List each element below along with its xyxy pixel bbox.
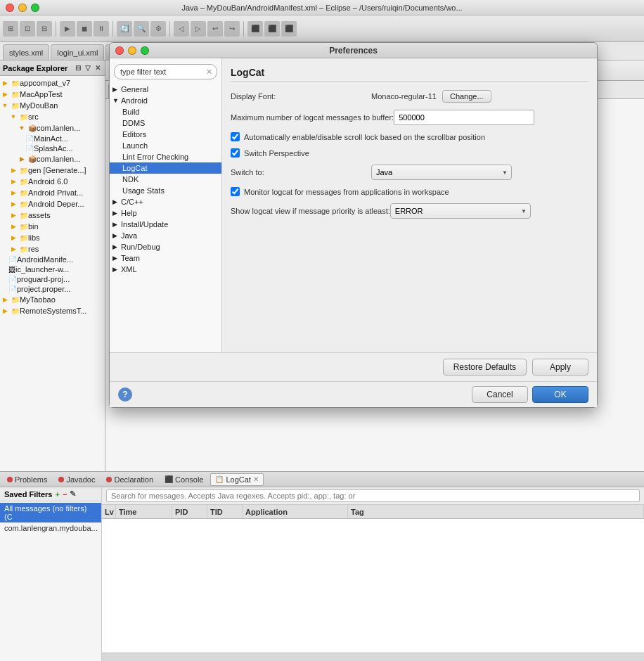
tree-item-androiddeper[interactable]: ▶ 📁 Android Deper... [0,198,105,210]
tab-login-ui-xml[interactable]: login_ui.xml [51,44,104,60]
toolbar-icon-2[interactable]: ⊡ [20,21,35,37]
tree-item-com1[interactable]: ▼ 📦 com.lanlen... [0,122,105,134]
toolbar-icon-8[interactable]: 🔍 [134,21,149,37]
edit-filter-button[interactable]: ✎ [70,489,76,499]
tree-item-src[interactable]: ▼ 📁 src [0,111,105,122]
logcat-search-input[interactable] [106,489,640,502]
bottom-tab-logcat[interactable]: 📋 LogCat ✕ [210,473,263,486]
toolbar-icon-14[interactable]: ⬛ [247,21,263,37]
dialog-max-button[interactable] [141,46,149,55]
toolbar-icon-15[interactable]: ⬛ [264,21,280,37]
window-controls[interactable] [6,4,39,12]
dialog-min-button[interactable] [128,46,136,55]
tree-item-mytaobao[interactable]: ▶ 📁 MyTaobao [0,294,105,305]
dialog-close-button[interactable] [115,46,124,55]
close-button[interactable] [6,4,14,12]
logcat-close-icon[interactable]: ✕ [253,475,259,483]
nav-item-general[interactable]: ▶ General [110,84,221,95]
apply-button[interactable]: Apply [532,359,588,376]
tree-item-androidmanife[interactable]: 📄 AndroidManife... [0,255,105,264]
nav-item-help[interactable]: ▶ Help [110,207,221,219]
tree-item-assets[interactable]: ▶ 📁 assets [0,210,105,221]
max-logcat-input[interactable] [394,110,534,125]
toolbar-icon-5[interactable]: ◼ [77,21,92,37]
col-header-tid: TID [207,505,243,518]
nav-item-launch[interactable]: Launch [110,140,221,151]
show-logcat-select[interactable]: ERROR WARN INFO DEBUG VERBOSE [390,203,531,219]
nav-search-input[interactable] [120,68,211,76]
add-filter-button[interactable]: + [55,490,59,499]
tree-item-res[interactable]: ▶ 📁 res [0,243,105,255]
bottom-tab-problems[interactable]: Problems [3,473,51,486]
nav-item-build[interactable]: Build [110,106,221,117]
tree-item-bin[interactable]: ▶ 📁 bin [0,221,105,232]
switch-perspective-checkbox[interactable] [231,148,240,158]
tree-item-mydouban[interactable]: ▼ 📁 MyDouBan [0,100,105,111]
menu-icon[interactable]: ▽ [84,64,92,72]
tree-item-remotesystems[interactable]: ▶ 📁 RemoteSystemsT... [0,305,105,316]
tree-item-project[interactable]: 📄 project.proper... [0,284,105,294]
nav-item-usagestats[interactable]: Usage Stats [110,185,221,196]
tree-item-android60[interactable]: ▶ 📁 Android 6.0 [0,176,105,187]
filter-item-all[interactable]: All messages (no filters) (C [0,503,101,522]
tree-item-libs[interactable]: ▶ 📁 libs [0,232,105,243]
close-panel-icon[interactable]: ✕ [94,64,102,72]
nav-item-installupdate[interactable]: ▶ Install/Update [110,219,221,230]
tree-icon-img-android60: 📁 [20,178,28,186]
tree-item-proguard[interactable]: 📄 proguard-proj... [0,274,105,284]
maximize-button[interactable] [31,4,39,12]
tree-item-iclauncher[interactable]: 🖼 ic_launcher-w... [0,264,105,274]
nav-item-android[interactable]: ▼ Android [110,95,221,106]
tree-item-splashac[interactable]: 📄 SplashAc... [0,143,105,153]
nav-item-rundebug[interactable]: ▶ Run/Debug [110,241,221,252]
help-icon[interactable]: ? [118,387,132,402]
minimize-button[interactable] [18,4,27,12]
show-logcat-label: Show logcat view if message priority is … [231,207,390,215]
toolbar-icon-7[interactable]: 🔄 [117,21,132,37]
nav-item-xml[interactable]: ▶ XML [110,264,221,275]
nav-item-lint[interactable]: Lint Error Checking [110,151,221,162]
toolbar-icon-1[interactable]: ⊞ [3,21,18,37]
nav-item-ndk[interactable]: NDK [110,174,221,185]
toolbar-icon-9[interactable]: ⚙ [150,21,166,37]
toolbar-icon-11[interactable]: ▷ [191,21,206,37]
tree-label-androidmanife: AndroidManife... [17,255,73,264]
nav-search-box[interactable]: ✕ [114,64,217,79]
tree-item-macapptest[interactable]: ▶ 📁 MacAppTest [0,89,105,100]
nav-item-editors[interactable]: Editors [110,129,221,140]
tree-item-androidprivat[interactable]: ▶ 📁 Android Privat... [0,187,105,198]
toolbar-icon-6[interactable]: ⏸ [94,21,109,37]
remove-filter-button[interactable]: − [63,490,67,499]
monitor-logcat-checkbox[interactable] [231,187,240,196]
toolbar-icon-12[interactable]: ↩ [207,21,223,37]
tree-item-gen[interactable]: ▶ 📁 gen [Generate...] [0,165,105,176]
nav-item-logcat[interactable]: LogCat [110,162,221,174]
nav-search-clear-icon[interactable]: ✕ [206,68,212,77]
toolbar-icon-10[interactable]: ◁ [174,21,189,37]
cancel-button[interactable]: Cancel [472,386,528,403]
toolbar-icon-16[interactable]: ⬛ [281,21,297,37]
horizontal-scrollbar[interactable] [102,653,644,661]
tree-item-com2[interactable]: ▶ 📦 com.lanlen... [0,153,105,165]
nav-item-team[interactable]: ▶ Team [110,252,221,264]
nav-item-cpp[interactable]: ▶ C/C++ [110,196,221,207]
nav-item-java[interactable]: ▶ Java [110,230,221,241]
bottom-tab-declaration[interactable]: Declaration [102,473,157,486]
tree-item-mainact[interactable]: 📄 MainAct... [0,134,105,143]
restore-defaults-button[interactable]: Restore Defaults [443,359,527,376]
switch-to-select[interactable]: Java Android Debug [371,165,512,180]
dialog-titlebar-buttons[interactable] [115,46,149,55]
filter-item-com[interactable]: com.lanlengran.mydouba... [0,522,101,534]
tab-styles-xml[interactable]: styles.xml [3,44,49,60]
ok-button[interactable]: OK [532,386,588,403]
toolbar-icon-4[interactable]: ▶ [60,21,75,37]
change-font-button[interactable]: Change... [442,90,491,103]
bottom-tab-javadoc[interactable]: Javadoc [54,473,99,486]
auto-scroll-checkbox[interactable] [231,132,240,141]
collapse-icon[interactable]: ⊟ [74,64,82,72]
tree-item-appcompat[interactable]: ▶ 📁 appcompat_v7 [0,77,105,89]
toolbar-icon-3[interactable]: ⊟ [37,21,52,37]
toolbar-icon-13[interactable]: ↪ [224,21,240,37]
nav-item-ddms[interactable]: DDMS [110,117,221,129]
bottom-tab-console[interactable]: ⬛ Console [160,473,207,486]
